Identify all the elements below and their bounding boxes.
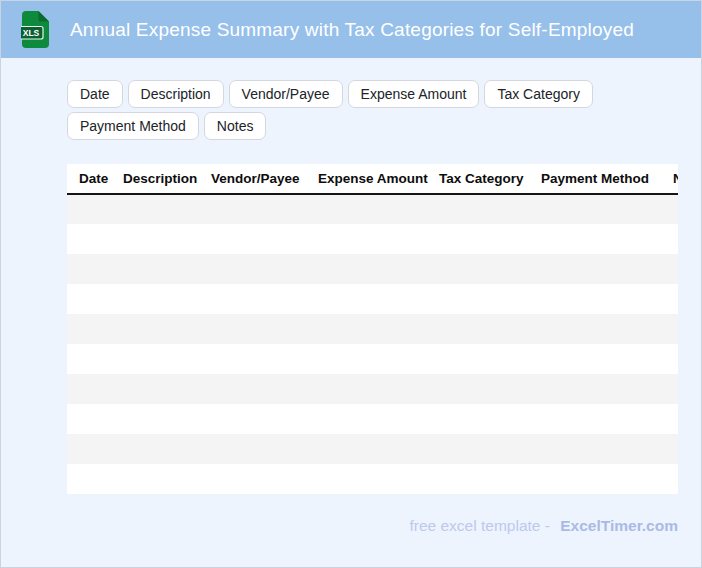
table-header-row: Date Description Vendor/Payee Expense Am… xyxy=(67,164,678,194)
table-cell xyxy=(67,464,111,494)
table-cell xyxy=(111,314,199,344)
table-cell xyxy=(306,194,427,224)
table-cell xyxy=(427,284,529,314)
table-cell xyxy=(306,464,427,494)
table-row xyxy=(67,434,678,464)
table-cell xyxy=(661,194,678,224)
table-cell xyxy=(427,404,529,434)
column-chips: Date Description Vendor/Payee Expense Am… xyxy=(67,80,642,140)
table-cell xyxy=(67,404,111,434)
table-cell xyxy=(306,284,427,314)
table-cell xyxy=(427,254,529,284)
table-cell xyxy=(67,224,111,254)
footer: free excel template - ExcelTimer.com xyxy=(1,517,678,535)
table-cell xyxy=(67,194,111,224)
table-cell xyxy=(199,194,306,224)
expense-table-container: Date Description Vendor/Payee Expense Am… xyxy=(67,164,678,494)
chip-date[interactable]: Date xyxy=(67,80,123,108)
column-header-description: Description xyxy=(111,164,199,194)
table-row xyxy=(67,344,678,374)
table-cell xyxy=(67,284,111,314)
table-cell xyxy=(661,284,678,314)
table-cell xyxy=(199,224,306,254)
table-cell xyxy=(67,314,111,344)
table-cell xyxy=(427,314,529,344)
table-cell xyxy=(529,464,661,494)
chip-description[interactable]: Description xyxy=(128,80,224,108)
column-header-expense-amount: Expense Amount xyxy=(306,164,427,194)
table-cell xyxy=(306,224,427,254)
table-cell xyxy=(529,284,661,314)
table-row xyxy=(67,404,678,434)
table-cell xyxy=(661,254,678,284)
chip-notes[interactable]: Notes xyxy=(204,112,267,140)
column-header-date: Date xyxy=(67,164,111,194)
footer-tagline: free excel template - xyxy=(409,517,549,534)
table-row xyxy=(67,254,678,284)
table-cell xyxy=(306,314,427,344)
table-cell xyxy=(661,224,678,254)
xls-icon-label: XLS xyxy=(23,28,40,38)
table-cell xyxy=(529,374,661,404)
table-cell xyxy=(529,194,661,224)
table-cell xyxy=(306,374,427,404)
table-cell xyxy=(199,434,306,464)
table-cell xyxy=(67,434,111,464)
table-cell xyxy=(111,194,199,224)
table-cell xyxy=(111,464,199,494)
table-cell xyxy=(427,344,529,374)
chip-vendor-payee[interactable]: Vendor/Payee xyxy=(229,80,343,108)
table-row xyxy=(67,284,678,314)
table-cell xyxy=(199,314,306,344)
table-cell xyxy=(306,344,427,374)
column-header-payment-method: Payment Method xyxy=(529,164,661,194)
table-cell xyxy=(529,254,661,284)
table-row xyxy=(67,314,678,344)
table-row xyxy=(67,224,678,254)
table-body xyxy=(67,194,678,494)
table-cell xyxy=(199,284,306,314)
table-cell xyxy=(529,344,661,374)
table-cell xyxy=(427,224,529,254)
table-cell xyxy=(661,464,678,494)
table-cell xyxy=(529,314,661,344)
table-cell xyxy=(111,284,199,314)
chip-payment-method[interactable]: Payment Method xyxy=(67,112,199,140)
table-cell xyxy=(199,464,306,494)
template-preview-page: XLS Annual Expense Summary with Tax Cate… xyxy=(0,0,702,568)
table-cell xyxy=(111,434,199,464)
table-row xyxy=(67,374,678,404)
table-cell xyxy=(306,404,427,434)
table-cell xyxy=(67,344,111,374)
table-cell xyxy=(306,254,427,284)
chip-tax-category[interactable]: Tax Category xyxy=(484,80,592,108)
column-header-tax-category: Tax Category xyxy=(427,164,529,194)
table-cell xyxy=(67,254,111,284)
table-cell xyxy=(661,404,678,434)
page-title: Annual Expense Summary with Tax Categori… xyxy=(70,19,634,41)
table-cell xyxy=(661,344,678,374)
xls-file-icon: XLS xyxy=(21,11,49,48)
table-cell xyxy=(661,434,678,464)
table-cell xyxy=(111,404,199,434)
table-cell xyxy=(67,374,111,404)
footer-brand-link[interactable]: ExcelTimer.com xyxy=(560,517,678,534)
table-cell xyxy=(661,314,678,344)
table-cell xyxy=(199,344,306,374)
column-header-notes: Notes xyxy=(661,164,678,194)
table-cell xyxy=(529,224,661,254)
expense-table: Date Description Vendor/Payee Expense Am… xyxy=(67,164,678,494)
table-cell xyxy=(427,464,529,494)
table-cell xyxy=(199,254,306,284)
table-cell xyxy=(199,374,306,404)
table-cell xyxy=(427,434,529,464)
table-row xyxy=(67,464,678,494)
table-cell xyxy=(529,434,661,464)
table-cell xyxy=(529,404,661,434)
chip-expense-amount[interactable]: Expense Amount xyxy=(348,80,480,108)
header: XLS Annual Expense Summary with Tax Cate… xyxy=(1,1,701,58)
table-cell xyxy=(199,404,306,434)
table-cell xyxy=(306,434,427,464)
table-cell xyxy=(427,374,529,404)
table-cell xyxy=(111,224,199,254)
